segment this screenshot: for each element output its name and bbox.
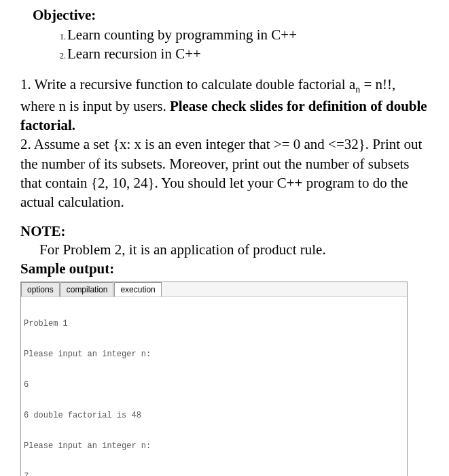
console-p1-input2: 7: [24, 472, 404, 476]
output-container: options compilation execution Problem 1 …: [20, 282, 408, 476]
objective-text-2: Learn recursion in C++: [67, 46, 201, 62]
sample-output-heading: Sample output:: [20, 260, 429, 277]
problem-1: 1. Write a recursive function to calcula…: [20, 75, 429, 135]
console-p1-prompt1: Please input an integer n:: [24, 350, 404, 360]
objective-text-1: Learn counting by programming in C++: [67, 27, 297, 43]
objective-heading: Objective:: [33, 7, 429, 24]
objective-item-1: 1.Learn counting by programming in C++: [60, 25, 429, 44]
console-p1-input1: 6: [24, 380, 404, 390]
tab-compilation[interactable]: compilation: [60, 282, 114, 296]
objective-num-2: 2.: [60, 51, 66, 61]
problem-section: 1. Write a recursive function to calcula…: [20, 75, 429, 212]
objective-list: 1.Learn counting by programming in C++ 2…: [60, 25, 429, 64]
console-p1-result1: 6 double factorial is 48: [24, 411, 404, 421]
console-p1-header: Problem 1: [24, 319, 404, 329]
tabs-bar: options compilation execution: [21, 282, 407, 297]
objective-item-2: 2.Learn recursion in C++: [60, 44, 429, 63]
problem-2: 2. Assume a set {x: x is an even integer…: [20, 135, 429, 211]
note-section: NOTE: For Problem 2, it is an applicatio…: [20, 223, 429, 259]
tab-execution[interactable]: execution: [114, 282, 161, 296]
note-text: For Problem 2, it is an application of p…: [39, 240, 429, 259]
console-p1-prompt2: Please input an integer n:: [24, 441, 404, 452]
tab-options[interactable]: options: [21, 282, 60, 296]
note-heading: NOTE:: [20, 223, 429, 240]
p1-text-part1: 1. Write a recursive function to calcula…: [20, 76, 355, 92]
objective-num-1: 1.: [60, 32, 66, 41]
console-output: Problem 1 Please input an integer n: 6 6…: [21, 297, 407, 476]
